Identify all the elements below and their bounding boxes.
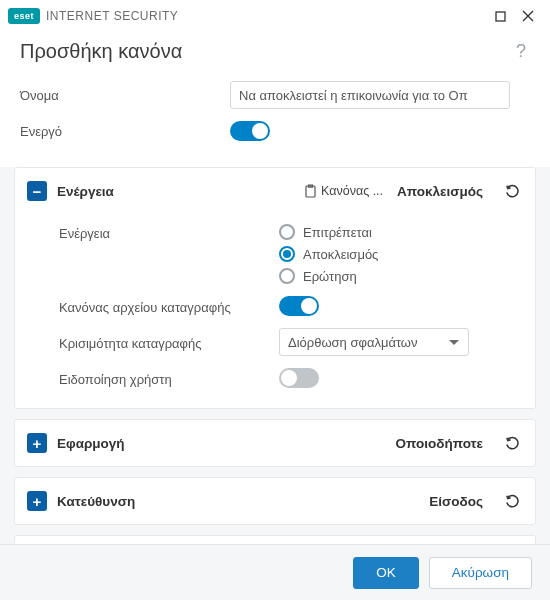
clipboard-icon [304,184,317,198]
radio-ask[interactable]: Ερώτηση [279,268,378,284]
name-label: Όνομα [20,88,230,103]
panel-action-title: Ενέργεια [57,184,294,199]
active-toggle[interactable] [230,121,270,141]
severity-label: Κρισιμότητα καταγραφής [59,334,269,351]
notify-label: Ειδοποίηση χρήστη [59,370,269,387]
action-radio-group: Επιτρέπεται Αποκλεισμός Ερώτηση [279,224,378,284]
active-label: Ενεργό [20,124,230,139]
footer: OK Ακύρωση [0,544,550,600]
name-input[interactable] [230,81,510,109]
brand-badge: eset [8,8,40,24]
cancel-button[interactable]: Ακύρωση [429,557,532,589]
expand-icon[interactable]: + [27,491,47,511]
radio-allow[interactable]: Επιτρέπεται [279,224,378,240]
sub-action-label: Ενέργεια [59,224,269,241]
title-bar: eset INTERNET SECURITY [0,0,550,32]
ok-button[interactable]: OK [353,557,419,589]
panels-scroll[interactable]: − Ενέργεια Κανόνας ... Αποκλεισμός Ενέργ… [0,167,550,561]
log-rule-toggle[interactable] [279,296,319,316]
radio-block[interactable]: Αποκλεισμός [279,246,378,262]
panel-application-head[interactable]: + Εφαρμογή Οποιοδήποτε [15,420,535,466]
panel-action: − Ενέργεια Κανόνας ... Αποκλεισμός Ενέργ… [14,167,536,409]
brand-name: INTERNET SECURITY [46,9,178,23]
revert-icon[interactable] [501,432,523,454]
panel-direction-head[interactable]: + Κατεύθυνση Είσοδος [15,478,535,524]
svg-rect-0 [496,12,505,21]
collapse-icon[interactable]: − [27,181,47,201]
panel-direction: + Κατεύθυνση Είσοδος [14,477,536,525]
panel-application: + Εφαρμογή Οποιοδήποτε [14,419,536,467]
revert-icon[interactable] [501,180,523,202]
window-maximize-button[interactable] [486,2,514,30]
expand-icon[interactable]: + [27,433,47,453]
help-icon[interactable]: ? [512,41,530,62]
log-rule-label: Κανόνας αρχείου καταγραφής [59,298,269,315]
window-close-button[interactable] [514,2,542,30]
notify-toggle[interactable] [279,368,319,388]
panel-action-summary: Αποκλεισμός [397,184,483,199]
severity-select[interactable]: Διόρθωση σφαλμάτων [279,328,469,356]
revert-icon[interactable] [501,490,523,512]
rule-file-hint: Κανόνας ... [304,184,383,198]
page-title: Προσθήκη κανόνα [20,40,512,63]
